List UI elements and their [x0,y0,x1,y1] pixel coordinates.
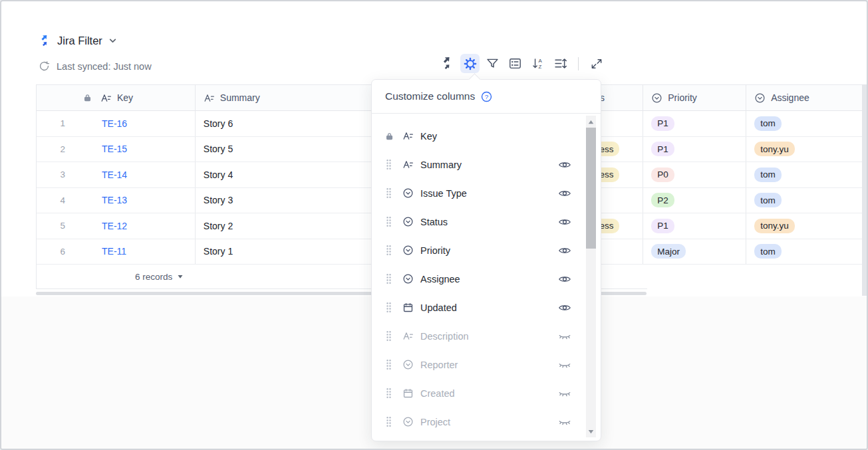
eye-visible-icon[interactable] [558,301,571,314]
last-synced-text: Last synced: Just now [57,61,152,72]
key-cell[interactable]: 6TE-11 [37,239,196,265]
jira-sync-icon[interactable] [438,54,457,73]
text-field-icon [402,130,414,142]
key-cell[interactable]: 1TE-16 [37,111,196,136]
column-header-priority[interactable]: Priority [643,85,746,110]
popup-scrollbar[interactable] [586,116,596,437]
view-title: Jira Filter [57,35,102,47]
select-field-icon [402,416,414,427]
eye-visible-icon[interactable] [558,158,571,171]
select-field-icon [402,245,414,256]
priority-cell[interactable]: P1 [643,111,746,136]
priority-cell[interactable]: Major [643,239,746,265]
column-item-created[interactable]: Created [372,379,601,407]
popup-scrollbar-thumb[interactable] [586,128,596,249]
row-number: 6 [45,247,65,257]
lock-icon [385,132,394,141]
popup-title: Customize columns [385,90,475,102]
field-config-icon[interactable] [506,54,525,73]
column-item-key[interactable]: Key [372,122,601,150]
column-header-key[interactable]: Key [37,85,196,110]
column-item-updated[interactable]: Updated [372,293,601,322]
eye-visible-icon[interactable] [558,215,571,229]
issue-key-link[interactable]: TE-14 [102,169,127,180]
assignee-cell[interactable]: tom [746,162,866,187]
chevron-down-icon[interactable] [108,37,117,45]
priority-cell[interactable]: P0 [643,162,746,187]
vertical-scrollbar[interactable] [862,84,867,296]
column-item-project[interactable]: Project [372,407,601,436]
eye-hidden-icon[interactable] [558,330,571,343]
svg-text:Z: Z [538,64,541,70]
issue-key-link[interactable]: TE-15 [102,144,127,154]
app-window: Jira Filter Last synced: Just now [0,0,868,450]
priority-cell[interactable]: P1 [643,137,746,162]
view-title-bar[interactable]: Jira Filter [39,35,117,47]
column-item-priority[interactable]: Priority [372,236,601,265]
row-height-icon[interactable] [551,54,570,73]
row-number: 1 [45,118,65,128]
eye-hidden-icon[interactable] [558,387,571,400]
key-cell[interactable]: 5TE-12 [37,213,196,239]
issue-key-link[interactable]: TE-13 [102,195,127,205]
column-item-status[interactable]: Status [372,207,601,236]
assignee-cell[interactable]: tony.yu [746,213,866,239]
eye-hidden-icon[interactable] [558,415,571,429]
assignee-cell[interactable]: tom [746,111,866,136]
row-number: 3 [45,169,65,179]
column-item-issue-type[interactable]: Issue Type [372,179,601,207]
drag-handle-icon[interactable] [385,187,392,199]
eye-visible-icon[interactable] [558,187,571,200]
eye-hidden-icon[interactable] [558,358,571,372]
expand-icon[interactable] [587,54,606,73]
drag-handle-icon[interactable] [385,273,392,285]
drag-handle-icon[interactable] [385,244,392,257]
row-number: 2 [45,144,65,154]
jira-logo-icon [39,35,51,47]
assignee-cell[interactable]: tom [746,188,866,213]
record-count[interactable]: 6 records [135,272,172,282]
settings-gear-icon[interactable] [460,54,480,73]
scroll-up-icon[interactable] [586,117,596,126]
select-field-icon [402,187,414,199]
key-cell[interactable]: 3TE-14 [37,162,196,187]
scroll-down-icon[interactable] [586,427,596,436]
row-number: 5 [45,221,65,231]
drag-handle-icon[interactable] [385,158,392,171]
column-header-assignee[interactable]: Assignee [746,85,866,110]
date-field-icon [402,388,414,399]
eye-visible-icon[interactable] [558,244,571,257]
key-cell[interactable]: 2TE-15 [37,137,196,162]
column-item-assignee[interactable]: Assignee [372,265,601,293]
priority-cell[interactable]: P2 [643,188,746,213]
sort-icon[interactable]: A Z [528,54,547,73]
drag-handle-icon[interactable] [385,301,392,314]
issue-key-link[interactable]: TE-12 [102,221,127,231]
drag-handle-icon[interactable] [385,415,392,428]
filter-icon[interactable] [483,54,502,73]
issue-key-link[interactable]: TE-11 [102,246,126,257]
customize-columns-popup: Customize columns ? KeySummaryIssue Type… [371,79,601,441]
column-item-summary[interactable]: Summary [372,150,601,179]
table-toolbar: A Z [438,54,606,73]
issue-key-link[interactable]: TE-16 [102,118,127,129]
eye-visible-icon[interactable] [558,273,571,286]
column-item-reporter[interactable]: Reporter [372,350,601,379]
refresh-icon[interactable] [39,60,50,72]
svg-text:?: ? [485,92,489,100]
drag-handle-icon[interactable] [385,358,392,371]
select-field-icon [402,273,414,284]
priority-cell[interactable]: P1 [643,213,746,239]
column-item-description[interactable]: Description [372,322,601,350]
question-circle-icon[interactable]: ? [481,91,492,102]
select-field-icon [754,92,766,104]
key-cell[interactable]: 4TE-13 [37,188,196,213]
assignee-cell[interactable]: tony.yu [746,137,866,162]
drag-handle-icon[interactable] [385,330,392,342]
assignee-cell[interactable]: tom [746,239,866,265]
drag-handle-icon[interactable] [385,215,392,228]
record-count-dropdown-icon[interactable] [177,273,184,280]
drag-handle-icon[interactable] [385,387,392,399]
popup-header: Customize columns ? [372,80,601,114]
text-field-icon [204,92,215,104]
